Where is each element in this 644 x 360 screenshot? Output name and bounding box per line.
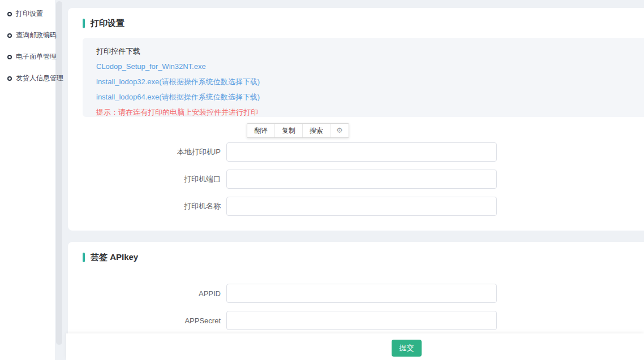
printer-port-input[interactable] xyxy=(226,170,497,189)
sidebar-item-shipper-info-management[interactable]: 发货人信息管理 xyxy=(0,71,55,85)
sidebar-item-postal-code-query[interactable]: 查询邮政编码 xyxy=(0,28,55,42)
printer-name-label: 打印机名称 xyxy=(68,201,226,211)
gear-icon[interactable]: ⚙ xyxy=(330,124,349,137)
printer-name-input[interactable] xyxy=(226,197,497,216)
sidebar-item-label: 查询邮政编码 xyxy=(16,31,57,40)
print-settings-card: 打印设置 打印控件下载 CLodop_Setup_for_Win32NT.exe… xyxy=(68,8,644,231)
apikey-form: APPID APPSecret xyxy=(68,283,644,331)
page-title: 打印设置 xyxy=(91,18,124,29)
download-link-clodop[interactable]: CLodop_Setup_for_Win32NT.exe xyxy=(96,62,206,71)
printer-form: 本地打印机IP 打印机端口 打印机名称 xyxy=(68,142,644,216)
footer-bar: 提交 xyxy=(66,333,644,360)
form-row-appsecret: APPSecret xyxy=(68,310,644,331)
appid-label: APPID xyxy=(68,289,226,298)
circle-bullet-icon xyxy=(7,12,12,16)
sidebar: 打印设置 查询邮政编码 电子面单管理 发货人信息管理 xyxy=(0,0,55,360)
sidebar-scrollbar[interactable] xyxy=(56,1,62,345)
appsecret-input[interactable] xyxy=(226,311,497,330)
form-row-appid: APPID xyxy=(68,283,644,303)
download-link-lodop64[interactable]: install_lodop64.exe(请根据操作系统位数选择下载) xyxy=(96,93,260,101)
printer-ip-label: 本地打印机IP xyxy=(68,147,226,157)
circle-bullet-icon xyxy=(7,55,12,59)
circle-bullet-icon xyxy=(7,33,12,38)
printer-ip-input[interactable] xyxy=(226,142,497,162)
printer-port-label: 打印机端口 xyxy=(68,174,226,184)
appid-input[interactable] xyxy=(226,284,497,303)
form-row-printer-name: 打印机名称 xyxy=(68,196,644,216)
print-control-download-box: 打印控件下载 CLodop_Setup_for_Win32NT.exe inst… xyxy=(83,38,644,117)
copy-button[interactable]: 复制 xyxy=(275,124,303,137)
form-row-printer-port: 打印机端口 xyxy=(68,169,644,189)
section-heading: 芸签 APIkey xyxy=(83,252,644,263)
download-link-lodop32[interactable]: install_lodop32.exe(请根据操作系统位数选择下载) xyxy=(96,77,260,86)
appsecret-label: APPSecret xyxy=(68,316,226,325)
submit-button[interactable]: 提交 xyxy=(392,340,422,357)
heading-accent-bar xyxy=(83,253,85,262)
sidebar-item-print-settings[interactable]: 打印设置 xyxy=(0,7,55,21)
sidebar-item-label: 电子面单管理 xyxy=(16,52,57,62)
download-box-heading: 打印控件下载 xyxy=(96,47,644,55)
sidebar-item-label: 打印设置 xyxy=(16,9,43,19)
install-tip-text: 提示：请在连有打印的电脑上安装控件并进行打印 xyxy=(96,109,644,116)
circle-bullet-icon xyxy=(7,76,12,81)
form-row-printer-ip: 本地打印机IP xyxy=(68,142,644,162)
translate-button[interactable]: 翻译 xyxy=(247,124,275,137)
apikey-section-title: 芸签 APIkey xyxy=(91,252,138,263)
search-button[interactable]: 搜索 xyxy=(303,124,330,137)
selection-toolbar: 翻译 复制 搜索 ⚙ xyxy=(247,123,349,138)
sidebar-item-ewaybill-management[interactable]: 电子面单管理 xyxy=(0,50,55,64)
section-heading: 打印设置 xyxy=(83,18,644,29)
sidebar-item-label: 发货人信息管理 xyxy=(16,73,63,83)
heading-accent-bar xyxy=(83,19,85,28)
